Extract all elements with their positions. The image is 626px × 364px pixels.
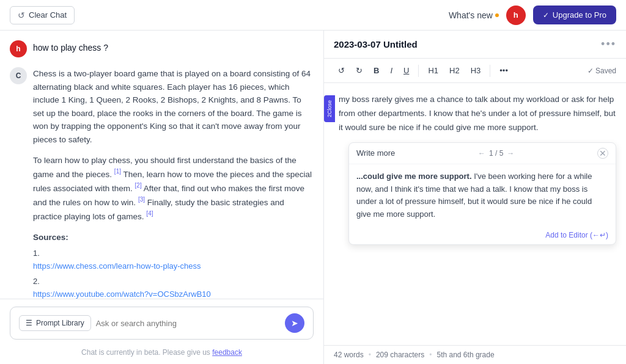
- italic-icon: I: [390, 66, 392, 75]
- beta-notice: Chat is currently in beta. Please give u…: [10, 344, 314, 359]
- whats-new-label: What's new: [449, 10, 493, 20]
- words-count: 42 words: [334, 351, 364, 359]
- write-more-popup: Write more ← 1 / 5 → ✕ ...could give me …: [348, 142, 616, 245]
- italic-button[interactable]: I: [386, 64, 397, 78]
- h3-button[interactable]: H3: [466, 64, 485, 78]
- undo-button[interactable]: ↺: [334, 64, 349, 78]
- h2-button[interactable]: H2: [445, 64, 464, 78]
- h2-icon: H2: [449, 66, 460, 75]
- clear-chat-button[interactable]: ↺ Clear Chat: [10, 6, 75, 24]
- upgrade-label: Upgrade to Pro: [553, 10, 606, 20]
- close-sidebar-tab[interactable]: 2 Close: [324, 95, 335, 122]
- ai-ref-1: [1]: [114, 168, 121, 175]
- beta-text-label: Chat is currently in beta. Please give u…: [81, 348, 212, 357]
- user-message: h how to play chess ?: [10, 40, 314, 57]
- user-avatar-chat: h: [10, 40, 27, 57]
- nav-next-button[interactable]: →: [507, 149, 514, 158]
- write-more-bold-text: ...could give me more support.: [356, 172, 472, 181]
- chat-messages: h how to play chess ? C Chess is a two-p…: [0, 31, 323, 299]
- ai-paragraph-1: Chess is a two-player board game that is…: [33, 67, 314, 147]
- saved-label: ✓ Saved: [587, 67, 616, 75]
- source-2: 2. https://www.youtube.com/watch?v=OCSbz…: [33, 275, 314, 299]
- ai-paragraph-2: To learn how to play chess, you should f…: [33, 154, 314, 224]
- grade-level: 5th and 6th grade: [437, 351, 495, 359]
- chat-input-box: ☰ Prompt Library ➤: [10, 307, 314, 340]
- redo-button[interactable]: ↻: [352, 64, 367, 78]
- user-avatar-letter: h: [16, 45, 20, 53]
- write-more-footer: Add to Editor (←↵): [349, 227, 616, 244]
- undo-icon: ↺: [338, 66, 345, 75]
- write-more-nav: ← 1 / 5 →: [478, 149, 514, 158]
- editor-title: 2023-03-07 Untitled: [334, 39, 418, 49]
- toolbar-more-icon: •••: [499, 66, 508, 75]
- avatar-letter: h: [514, 10, 518, 20]
- upgrade-button[interactable]: ✓ Upgrade to Pro: [533, 5, 616, 24]
- send-button[interactable]: ➤: [285, 313, 304, 333]
- add-to-editor-label: Add to Editor (←↵): [545, 231, 608, 239]
- add-to-editor-button[interactable]: Add to Editor (←↵): [356, 231, 608, 239]
- chat-search-input[interactable]: [96, 319, 280, 328]
- topbar-right: What's new h ✓ Upgrade to Pro: [449, 5, 616, 25]
- characters-count: 209 characters: [376, 351, 424, 359]
- topbar: ↺ Clear Chat What's new h ✓ Upgrade to P…: [0, 0, 626, 31]
- source-2-link[interactable]: https://www.youtube.com/watch?v=OCSbzArw…: [33, 288, 314, 299]
- h3-icon: H3: [471, 66, 481, 75]
- write-more-header: Write more ← 1 / 5 → ✕: [349, 143, 616, 164]
- underline-icon: U: [403, 66, 409, 75]
- chat-input-area: ☰ Prompt Library ➤ Chat is currently in …: [0, 299, 323, 364]
- ai-avatar: C: [10, 67, 27, 84]
- prompt-lib-label: Prompt Library: [36, 319, 84, 327]
- ai-avatar-letter: C: [16, 71, 21, 80]
- saved-indicator: ✓ Saved: [587, 67, 616, 75]
- source-1: 1. https://www.chess.com/learn-how-to-pl…: [33, 247, 314, 273]
- user-avatar[interactable]: h: [506, 5, 526, 25]
- ai-ref-4: [4]: [146, 210, 153, 217]
- editor-content-wrapper: 2 Close my boss rarely gives me a chance…: [324, 83, 626, 345]
- nav-prev-button[interactable]: ←: [478, 149, 485, 158]
- bold-button[interactable]: B: [369, 64, 383, 78]
- stat-dot-2: •: [429, 351, 432, 359]
- write-more-body: ...could give me more support. I've been…: [349, 164, 616, 227]
- ai-message: C Chess is a two-player board game that …: [10, 67, 314, 299]
- toolbar-more-button[interactable]: •••: [495, 64, 512, 78]
- bold-icon: B: [374, 66, 379, 75]
- clear-chat-label: Clear Chat: [29, 10, 67, 20]
- editor-stats: 42 words • 209 characters • 5th and 6th …: [324, 345, 626, 364]
- notification-dot: [495, 13, 499, 17]
- editor-text[interactable]: my boss rarely gives me a chance to talk…: [339, 93, 616, 135]
- check-icon: ✓: [543, 11, 549, 20]
- close-tab-number: 2: [326, 114, 333, 117]
- chat-panel: h how to play chess ? C Chess is a two-p…: [0, 31, 324, 364]
- topbar-left: ↺ Clear Chat: [10, 6, 75, 24]
- editor-content-row: 2 Close my boss rarely gives me a chance…: [324, 93, 616, 135]
- h1-icon: H1: [428, 66, 438, 75]
- close-popup-button[interactable]: ✕: [597, 148, 608, 159]
- toolbar-separator-1: [418, 65, 419, 77]
- source-1-num: 1.: [33, 249, 40, 258]
- refresh-icon: ↺: [18, 10, 25, 20]
- source-2-num: 2.: [33, 277, 40, 286]
- editor-body-text: my boss rarely gives me a chance to talk…: [339, 95, 616, 132]
- editor-header: 2023-03-07 Untitled •••: [324, 31, 626, 59]
- feedback-link[interactable]: feedback: [212, 348, 242, 357]
- main-content: h how to play chess ? C Chess is a two-p…: [0, 31, 626, 364]
- source-1-link[interactable]: https://www.chess.com/learn-how-to-play-…: [33, 260, 314, 273]
- redo-icon: ↻: [356, 66, 363, 75]
- editor-more-button[interactable]: •••: [601, 38, 616, 51]
- prompt-lib-icon: ☰: [26, 319, 32, 327]
- sources-title: Sources:: [33, 231, 314, 244]
- underline-button[interactable]: U: [399, 64, 413, 78]
- nav-count: 1 / 5: [489, 149, 503, 158]
- ai-text-p1: Chess is a two-player board game that is…: [33, 69, 311, 144]
- close-tab-label: Close: [326, 100, 333, 114]
- whats-new-button[interactable]: What's new: [449, 10, 499, 20]
- h1-button[interactable]: H1: [424, 64, 443, 78]
- user-question-text: how to play chess ?: [33, 40, 108, 53]
- send-icon: ➤: [291, 318, 298, 328]
- editor-panel: 2023-03-07 Untitled ••• ↺ ↻ B I U H1: [324, 31, 626, 364]
- prompt-library-button[interactable]: ☰ Prompt Library: [19, 315, 91, 331]
- editor-toolbar: ↺ ↻ B I U H1 H2 H3: [324, 59, 626, 83]
- stat-dot-1: •: [369, 351, 371, 359]
- sources-section: Sources: 1. https://www.chess.com/learn-…: [33, 231, 314, 299]
- ai-ref-3: [3]: [138, 196, 145, 203]
